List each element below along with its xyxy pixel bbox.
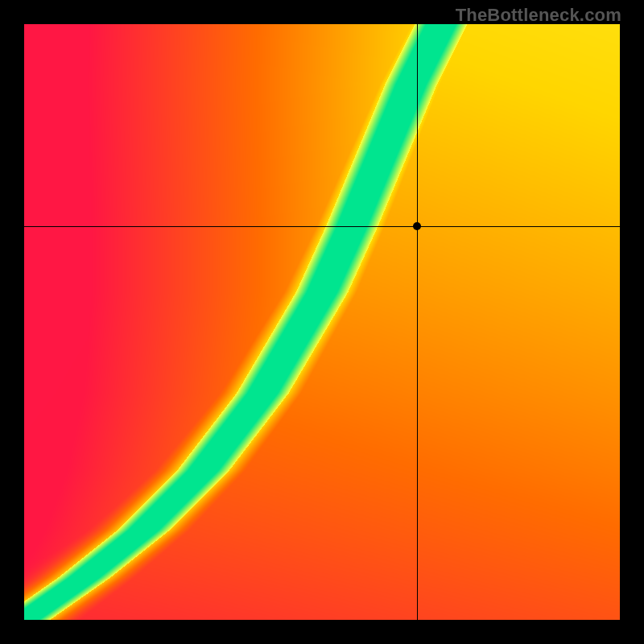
heatmap-canvas	[24, 24, 620, 620]
marker-dot	[413, 222, 421, 230]
chart-frame: TheBottleneck.com	[0, 0, 644, 644]
heatmap-plot	[24, 24, 620, 620]
crosshair-horizontal	[24, 226, 620, 227]
watermark-text: TheBottleneck.com	[456, 5, 621, 26]
crosshair-vertical	[417, 24, 418, 620]
